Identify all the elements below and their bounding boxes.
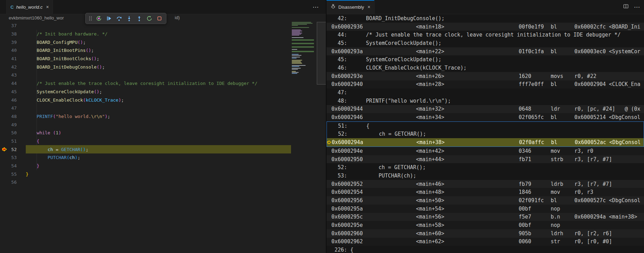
current-instruction-arrow-icon	[327, 140, 332, 145]
reset-device-button[interactable]	[94, 14, 103, 23]
disassembly-instruction-row[interactable]: 0x60002954<main+48>1846movr0, r3	[327, 188, 644, 196]
symbol: <main+58>	[416, 222, 519, 228]
code-line-56[interactable]: 56	[0, 178, 326, 187]
restart-button[interactable]	[145, 14, 154, 23]
minimap[interactable]	[292, 22, 316, 253]
source-line-text: 42: BOARD_InitDebugConsole();	[331, 15, 445, 22]
code-line-41[interactable]: 41 BOARD_InitBootClocks();	[0, 55, 326, 63]
address: 0x6000294e	[331, 148, 416, 154]
right-editor-group: Disassembly × ⋯ 42: BOARD_InitDebugConso…	[327, 0, 644, 253]
editor-group-sash[interactable]	[326, 0, 327, 253]
disassembly-source-row[interactable]: 52: ch = GETCHAR();	[327, 130, 644, 139]
code-line-53[interactable]: 53 PUTCHAR(ch);	[0, 153, 326, 162]
code-text: SystemCoreClockUpdate();	[26, 89, 102, 94]
minimap-line	[292, 61, 301, 62]
disassembly-instruction-row[interactable]: 0x60002950<main+44>fb71strbr3, [r7, #7]	[327, 155, 644, 164]
code-line-42[interactable]: 42 BOARD_InitDebugConsole();	[0, 63, 326, 71]
disassembly-view[interactable]: 42: BOARD_InitDebugConsole();0x60002936<…	[327, 14, 644, 253]
operands: 0x60002904 <CLOCK_Ena	[574, 81, 644, 87]
disassembly-instruction-row[interactable]: 0x6000294e<main+42>0346movr3, r0	[327, 147, 644, 155]
disassembly-source-row[interactable]: 52: ch = GETCHAR();	[327, 163, 644, 172]
step-out-button[interactable]	[135, 14, 144, 23]
disassembly-instruction-row[interactable]: 0x60002960<main+60>905bldrhr0, [r2, r6]	[327, 229, 644, 238]
code-text: while (1)	[26, 130, 61, 135]
disassembly-instruction-row[interactable]: 0x60002962<main+62>0060strr0, [r0, #0]	[327, 238, 644, 246]
code-line-52[interactable]: 52 ch = GETCHAR();	[0, 145, 326, 153]
address: 0x60002936	[331, 24, 416, 30]
disassembly-instruction-row[interactable]: 0x60002946<main+34>02f065fcbl0x60005214 …	[327, 113, 644, 121]
symbol: <main+22>	[416, 48, 519, 55]
disassembly-instruction-row[interactable]: 0x60002936<main+18>00f0e1f9bl0x60002cfc …	[327, 23, 644, 31]
left-tabbar: C hello_world.c × ⋯	[0, 0, 326, 14]
tab-hello-world-c[interactable]: C hello_world.c ×	[6, 0, 53, 14]
disassembly-source-row[interactable]: 51: {	[327, 122, 644, 130]
code-line-44[interactable]: 44 /* Just enable the trace clock, leave…	[0, 79, 326, 88]
continue-button[interactable]	[104, 14, 113, 23]
gripper-handle[interactable]	[88, 14, 93, 23]
source-line-text: 51: {	[332, 123, 369, 129]
mnemonic: mov	[551, 189, 574, 195]
opcode: 00f0e1f9	[519, 24, 551, 30]
disassembly-instruction-row[interactable]: 0x60002940<main+28>fff7e0ffbl0x60002904 …	[327, 80, 644, 89]
tab-close-icon[interactable]: ×	[46, 5, 49, 9]
operands: 0x6000527c <DbgConsol	[574, 197, 644, 204]
code-text: BOARD_InitBootClocks();	[26, 56, 99, 61]
split-editor-icon[interactable]	[623, 3, 629, 10]
step-over-button[interactable]	[115, 14, 124, 23]
disassembly-source-row[interactable]: 226: {	[327, 246, 644, 253]
operands: r3, [r7, #7]	[574, 156, 644, 163]
code-line-45[interactable]: 45 SystemCoreClockUpdate();	[0, 88, 326, 96]
code-line-43[interactable]: 43	[0, 71, 326, 79]
tab-close-icon[interactable]: ×	[368, 5, 370, 9]
code-line-39[interactable]: 39 BOARD_ConfigMPU();	[0, 38, 326, 46]
code-line-48[interactable]: 48 PRINTF("hello world.\r\n");	[0, 112, 326, 121]
disassembly-instruction-row[interactable]: 0x6000293e<main+26>1620movsr0, #22	[327, 72, 644, 80]
line-number: 53	[0, 155, 17, 160]
disassembly-instruction-row[interactable]: 0x6000295e<main+58>00bfnop	[327, 221, 644, 229]
current-line-breakpoint-icon[interactable]	[1, 147, 7, 152]
mnemonic: bl	[551, 197, 574, 204]
operands: r0, [pc, #24] @ (0x	[574, 106, 644, 112]
opcode: 0648	[519, 106, 551, 112]
code-line-46[interactable]: 46 CLOCK_EnableClock(kCLOCK_Trace);	[0, 96, 326, 104]
source-line-text: 44: /* Just enable the trace clock, leav…	[331, 32, 621, 38]
disassembly-instruction-row[interactable]: 0x60002956<main+50>02f091fcbl0x6000527c …	[327, 196, 644, 205]
stop-button[interactable]	[155, 14, 164, 23]
disassembly-instruction-row[interactable]: 0x60002944<main+32>0648ldrr0, [pc, #24] …	[327, 105, 644, 113]
code-line-50[interactable]: 50 while (1)	[0, 129, 326, 137]
focused-instruction-group: 51: { 52: ch = GETCHAR();0x6000294a<main…	[327, 121, 644, 147]
disassembly-source-row[interactable]: 53: PUTCHAR(ch);	[327, 172, 644, 180]
code-text: PUTCHAR(ch);	[26, 155, 80, 160]
disassembly-source-row[interactable]: 45: SystemCoreClockUpdate();	[327, 55, 644, 64]
left-group-more-actions-icon[interactable]: ⋯	[313, 0, 319, 14]
disassembly-instruction-row[interactable]: 0x60002952<main+46>fb79ldrbr3, [r7, #7]	[327, 180, 644, 188]
scrollbar-slider[interactable]	[317, 22, 326, 85]
disassembly-source-row[interactable]: 44: /* Just enable the trace clock, leav…	[327, 31, 644, 39]
disassembly-source-row[interactable]: 45: SystemCoreClockUpdate();	[327, 39, 644, 47]
step-into-button[interactable]	[125, 14, 134, 23]
disassembly-instruction-row[interactable]: 0x6000295c<main+56>f5e7b.n0x6000294a <ma…	[327, 213, 644, 221]
code-line-54[interactable]: 54 }	[0, 162, 326, 170]
disassembly-source-row[interactable]: 48: PRINTF("hello world.\r\n");	[327, 97, 644, 105]
operands: 0x60005214 <DbgConsol	[574, 114, 644, 120]
minimap-line	[292, 65, 306, 66]
code-line-49[interactable]: 49	[0, 120, 326, 129]
disassembly-source-row[interactable]: 42: BOARD_InitDebugConsole();	[327, 14, 644, 23]
disassembly-instruction-row[interactable]: 0x6000294a<main+38>02f0affcbl0x600052ac …	[327, 138, 644, 147]
code-line-51[interactable]: 51 {	[0, 137, 326, 145]
disassembly-instruction-row[interactable]: 0x6000295a<main+54>00bfnop	[327, 205, 644, 213]
line-number: 49	[0, 122, 17, 127]
code-line-38[interactable]: 38 /* Init board hardware. */	[0, 30, 326, 38]
disassembly-instruction-row[interactable]: 0x6000293a<main+22>01f0c1fabl0x60003ec0 …	[327, 47, 644, 56]
mnemonic: nop	[551, 222, 574, 228]
code-line-47[interactable]: 47	[0, 104, 326, 112]
symbol: <main+48>	[416, 189, 519, 195]
code-line-55[interactable]: 55}	[0, 170, 326, 178]
disassembly-source-row[interactable]: 46: CLOCK_EnableClock(kCLOCK_Trace);	[327, 64, 644, 72]
code-editor[interactable]: 3738 /* Init board hardware. */39 BOARD_…	[0, 22, 326, 253]
disassembly-source-row[interactable]: 47:	[327, 88, 644, 97]
tab-label: Disassembly	[338, 5, 364, 10]
code-line-40[interactable]: 40 BOARD_InitBootPins();	[0, 46, 326, 55]
tab-disassembly[interactable]: Disassembly ×	[327, 0, 375, 14]
right-group-more-actions-icon[interactable]: ⋯	[634, 3, 640, 11]
